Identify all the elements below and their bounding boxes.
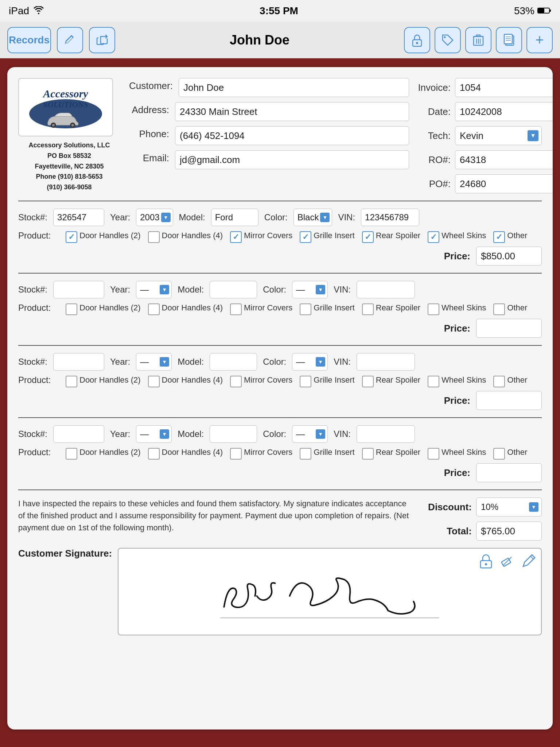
- checkbox-dh2-2[interactable]: [66, 303, 77, 315]
- model-input-1[interactable]: [211, 209, 258, 226]
- model-input-2[interactable]: [210, 281, 257, 298]
- discount-dropdown[interactable]: 10% ▼: [476, 498, 542, 516]
- price-input-4[interactable]: [476, 463, 542, 482]
- header-section: Accessory SOLUTIONS Accessory Solutions,…: [18, 78, 542, 193]
- checkbox-rs-2[interactable]: [362, 303, 374, 315]
- price-input-1[interactable]: [476, 247, 542, 266]
- share-button[interactable]: [89, 27, 115, 53]
- year-dropdown-4[interactable]: — ▼: [136, 425, 172, 443]
- color-arrow-3[interactable]: ▼: [316, 357, 325, 367]
- email-input[interactable]: [175, 150, 409, 169]
- price-label-3: Price:: [444, 395, 470, 406]
- divider-4: [18, 417, 542, 418]
- color-arrow-1[interactable]: ▼: [320, 213, 330, 222]
- model-input-4[interactable]: [210, 425, 257, 443]
- checkbox-mc-1[interactable]: [230, 231, 242, 243]
- po-input[interactable]: [455, 174, 553, 193]
- discount-arrow[interactable]: ▼: [529, 502, 538, 512]
- price-input-3[interactable]: [476, 391, 542, 410]
- checkbox-ws-2[interactable]: [428, 303, 439, 315]
- model-input-3[interactable]: [210, 353, 257, 371]
- year-dropdown-3[interactable]: — ▼: [136, 353, 172, 371]
- year-dropdown-2[interactable]: — ▼: [136, 281, 172, 298]
- checkbox-dh2-4[interactable]: [66, 448, 77, 460]
- color-dropdown-3[interactable]: — ▼: [292, 353, 328, 371]
- checkbox-ot-1[interactable]: [493, 231, 505, 243]
- vin-input-3[interactable]: [357, 353, 415, 371]
- checkbox-rs-1[interactable]: [362, 231, 374, 243]
- year-arrow-4[interactable]: ▼: [160, 429, 169, 439]
- checkbox-dh4-1[interactable]: [148, 231, 160, 243]
- stock-input-2[interactable]: [53, 281, 104, 298]
- product-gi-1: Grille Insert: [300, 231, 354, 243]
- svg-rect-2: [538, 8, 544, 13]
- total-input[interactable]: [476, 522, 542, 541]
- checkbox-mc-4[interactable]: [230, 448, 242, 460]
- product-row-3: Product: Door Handles (2) Door Handles (…: [18, 375, 542, 387]
- checkbox-ot-4[interactable]: [493, 448, 505, 460]
- year-arrow-2[interactable]: ▼: [160, 285, 169, 294]
- date-input[interactable]: [455, 102, 553, 121]
- copy-button[interactable]: [496, 27, 522, 53]
- checkbox-ot-2[interactable]: [493, 303, 505, 315]
- vin-input-4[interactable]: [357, 425, 415, 443]
- vin-label-2: VIN:: [334, 285, 351, 295]
- year-dropdown-1[interactable]: 2003 ▼: [136, 209, 173, 226]
- checkbox-mc-2[interactable]: [230, 303, 242, 315]
- edit-button[interactable]: [57, 27, 83, 53]
- checkbox-dh2-3[interactable]: [66, 376, 77, 387]
- trash-button[interactable]: [465, 27, 491, 53]
- checkbox-dh4-2[interactable]: [148, 303, 160, 315]
- checkbox-gi-1[interactable]: [300, 231, 311, 243]
- tag-button[interactable]: [435, 27, 461, 53]
- vin-input-2[interactable]: [357, 281, 415, 298]
- checkbox-ws-4[interactable]: [428, 448, 439, 460]
- checkbox-ot-3[interactable]: [493, 376, 505, 387]
- tech-dropdown-arrow[interactable]: ▼: [528, 130, 538, 141]
- vehicle-section-3: Stock#: Year: — ▼ Model: Color: — ▼ VIN:…: [18, 353, 542, 410]
- divider-1: [18, 201, 542, 201]
- checkbox-dh4-3[interactable]: [148, 376, 160, 387]
- vin-input-1[interactable]: [361, 209, 419, 226]
- checkbox-gi-2[interactable]: [300, 303, 311, 315]
- company-phone1: Phone (910) 818-5653: [18, 171, 120, 182]
- add-button[interactable]: +: [526, 27, 553, 53]
- product-rs-3: Rear Spoiler: [362, 375, 420, 387]
- checkbox-ws-3[interactable]: [428, 376, 439, 387]
- ot-label: Other: [507, 231, 527, 241]
- color-dropdown-2[interactable]: — ▼: [292, 281, 328, 298]
- color-dropdown-1[interactable]: Black ▼: [293, 209, 332, 226]
- lock-button[interactable]: [404, 27, 430, 53]
- checkbox-dh2-1[interactable]: [66, 231, 77, 243]
- logo-area: Accessory SOLUTIONS Accessory Solutions,…: [18, 78, 120, 193]
- checkbox-gi-3[interactable]: [300, 376, 311, 387]
- year-value-1: 2003: [140, 212, 159, 222]
- year-arrow-1[interactable]: ▼: [161, 213, 171, 222]
- tech-dropdown[interactable]: Kevin ▼: [455, 126, 542, 145]
- customer-input[interactable]: [179, 78, 409, 97]
- phone-input[interactable]: [175, 126, 409, 145]
- product-dh2-4: Door Handles (2): [66, 447, 141, 460]
- address-input[interactable]: [175, 102, 409, 121]
- checkbox-rs-3[interactable]: [362, 376, 374, 387]
- checkbox-mc-3[interactable]: [230, 376, 242, 387]
- checkbox-gi-4[interactable]: [300, 448, 311, 460]
- stock-input-3[interactable]: [53, 353, 104, 371]
- main-content: Accessory SOLUTIONS Accessory Solutions,…: [7, 67, 553, 729]
- checkbox-ws-1[interactable]: [428, 231, 439, 243]
- checkbox-rs-4[interactable]: [362, 448, 374, 460]
- price-input-2[interactable]: [476, 319, 542, 338]
- invoice-input[interactable]: [455, 78, 553, 97]
- stock-input-1[interactable]: [53, 209, 104, 226]
- ro-input[interactable]: [455, 150, 553, 169]
- vehicle-section-2: Stock#: Year: — ▼ Model: Color: — ▼ VIN:…: [18, 281, 542, 338]
- records-button[interactable]: Records: [7, 27, 51, 53]
- product-rs-1: Rear Spoiler: [362, 231, 420, 243]
- checkbox-dh4-4[interactable]: [148, 448, 160, 460]
- stock-input-4[interactable]: [53, 425, 104, 443]
- year-arrow-3[interactable]: ▼: [160, 357, 169, 367]
- signature-box[interactable]: [118, 548, 542, 635]
- color-dropdown-4[interactable]: — ▼: [292, 425, 328, 443]
- color-arrow-4[interactable]: ▼: [316, 429, 325, 439]
- color-arrow-2[interactable]: ▼: [316, 285, 325, 294]
